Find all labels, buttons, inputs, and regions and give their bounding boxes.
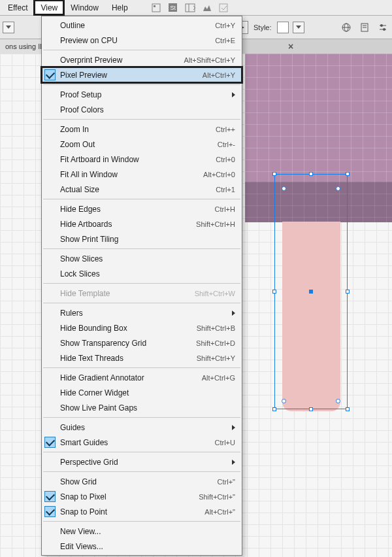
menu-item-label: Show Live Paint Gaps <box>60 403 235 413</box>
menu-item-label: Lock Slices <box>60 269 235 278</box>
menu-shortcut: Ctrl+Y <box>215 22 235 29</box>
menu-separator <box>43 452 240 452</box>
menu-item-show-slices[interactable]: Show Slices <box>42 251 242 266</box>
menu-item-label: Guides <box>60 423 227 432</box>
arrange-icon[interactable] <box>182 0 199 16</box>
handle-br[interactable] <box>346 407 350 411</box>
menu-item-label: Outline <box>60 21 215 30</box>
menu-item-label: Snap to Point <box>60 507 204 516</box>
menu-item-label: Hide Gradient Annotator <box>60 373 202 382</box>
touch-icon[interactable] <box>216 0 233 16</box>
menu-item-fit-all-in-window[interactable]: Fit All in WindowAlt+Ctrl+0 <box>42 167 242 182</box>
menu-item-label: Proof Colors <box>60 105 235 114</box>
menu-item-hide-template: Hide TemplateShift+Ctrl+W <box>42 286 242 301</box>
menu-item-label: Hide Corner Widget <box>60 388 235 397</box>
menu-item-perspective-grid[interactable]: Perspective Grid <box>42 454 242 469</box>
selection-box[interactable] <box>274 174 348 409</box>
menu-shortcut: Ctrl+" <box>218 478 235 486</box>
menu-separator <box>43 283 240 284</box>
menu-view[interactable]: View <box>34 0 64 15</box>
menu-shortcut: Alt+Shift+Ctrl+Y <box>184 56 235 64</box>
menu-item-hide-gradient-annotator[interactable]: Hide Gradient AnnotatorAlt+Ctrl+G <box>42 370 242 385</box>
corner-node[interactable] <box>336 399 340 403</box>
menu-window[interactable]: Window <box>64 0 105 15</box>
menu-item-snap-to-pixel[interactable]: Snap to PixelShift+Ctrl+" <box>42 489 242 504</box>
gpu-icon[interactable] <box>199 0 216 16</box>
menu-item-smart-guides[interactable]: Smart GuidesCtrl+U <box>42 435 242 450</box>
handle-ml[interactable] <box>272 290 276 294</box>
menu-item-label: Smart Guides <box>60 438 215 447</box>
menu-item-label: Hide Edges <box>60 205 215 214</box>
handle-tr[interactable] <box>346 172 350 176</box>
svg-point-15 <box>380 24 383 27</box>
menu-item-show-transparency-grid[interactable]: Show Transparency GridShift+Ctrl+D <box>42 335 242 350</box>
handle-tl[interactable] <box>272 172 276 176</box>
menu-effect[interactable]: Effect <box>1 0 34 15</box>
menu-item-preview-on-cpu[interactable]: Preview on CPUCtrl+E <box>42 33 242 48</box>
menu-item-hide-bounding-box[interactable]: Hide Bounding BoxShift+Ctrl+B <box>42 320 242 335</box>
menu-item-label: Hide Artboards <box>60 220 196 229</box>
menu-shortcut: Alt+Ctrl+Y <box>203 71 235 79</box>
style-label: Style: <box>252 24 273 31</box>
menu-item-label: Hide Bounding Box <box>60 324 197 333</box>
svg-rect-4 <box>186 4 195 12</box>
menu-item-proof-setup[interactable]: Proof Setup <box>42 87 242 102</box>
stock-icon[interactable]: St <box>165 0 182 16</box>
menu-item-label: Hide Text Threads <box>60 354 197 363</box>
handle-tm[interactable] <box>309 172 313 176</box>
menu-item-edit-views[interactable]: Edit Views... <box>42 539 242 554</box>
handle-mr[interactable] <box>346 290 350 294</box>
menu-item-label: Pixel Preview <box>60 71 203 80</box>
menu-item-hide-text-threads[interactable]: Hide Text ThreadsShift+Ctrl+Y <box>42 350 242 365</box>
menu-item-label: Preview on CPU <box>60 36 215 45</box>
check-icon <box>44 491 56 502</box>
menu-item-snap-to-point[interactable]: Snap to PointAlt+Ctrl+" <box>42 504 242 519</box>
globe-icon[interactable] <box>340 21 353 34</box>
check-icon <box>44 506 56 517</box>
submenu-arrow-icon <box>232 425 235 430</box>
menu-item-pixel-preview[interactable]: Pixel PreviewAlt+Ctrl+Y <box>42 67 242 82</box>
menu-item-show-grid[interactable]: Show GridCtrl+" <box>42 474 242 489</box>
menu-item-overprint-preview[interactable]: Overprint PreviewAlt+Shift+Ctrl+Y <box>42 52 242 67</box>
submenu-arrow-icon <box>232 311 235 316</box>
menu-separator <box>43 50 240 50</box>
handle-bl[interactable] <box>272 407 276 411</box>
menu-item-rulers[interactable]: Rulers <box>42 305 242 320</box>
menu-item-actual-size[interactable]: Actual SizeCtrl+1 <box>42 182 242 197</box>
preferences-icon[interactable] <box>376 21 389 34</box>
document-setup-icon[interactable] <box>358 21 371 34</box>
corner-node[interactable] <box>282 186 286 191</box>
menu-item-hide-artboards[interactable]: Hide ArtboardsShift+Ctrl+H <box>42 216 242 231</box>
menu-item-show-live-paint-gaps[interactable]: Show Live Paint Gaps <box>42 400 242 415</box>
menu-item-zoom-out[interactable]: Zoom OutCtrl+- <box>42 137 242 152</box>
menubar: Effect View Window Help St <box>0 0 392 16</box>
stroke-profile-dropdown[interactable] <box>3 22 14 33</box>
handle-bm[interactable] <box>309 407 313 411</box>
menu-shortcut: Alt+Ctrl+" <box>204 508 235 516</box>
menu-item-guides[interactable]: Guides <box>42 420 242 435</box>
menu-shortcut: Ctrl++ <box>216 126 235 133</box>
layout-icon[interactable] <box>148 0 165 16</box>
menu-item-show-print-tiling[interactable]: Show Print Tiling <box>42 231 242 246</box>
menu-item-label: Edit Views... <box>60 542 235 551</box>
menu-item-outline[interactable]: OutlineCtrl+Y <box>42 18 242 33</box>
menu-item-fit-artboard-in-window[interactable]: Fit Artboard in WindowCtrl+0 <box>42 152 242 167</box>
menu-item-hide-corner-widget[interactable]: Hide Corner Widget <box>42 385 242 400</box>
corner-node[interactable] <box>336 186 340 191</box>
submenu-arrow-icon <box>232 92 235 97</box>
menu-item-label: Zoom In <box>60 125 216 134</box>
center-point[interactable] <box>309 290 313 294</box>
menu-item-label: Hide Template <box>60 289 195 298</box>
menu-item-proof-colors[interactable]: Proof Colors <box>42 102 242 117</box>
submenu-arrow-icon <box>232 460 235 465</box>
menu-item-lock-slices[interactable]: Lock Slices <box>42 266 242 281</box>
menu-item-label: Fit All in Window <box>60 170 203 179</box>
style-swatch[interactable] <box>277 22 289 33</box>
menu-item-zoom-in[interactable]: Zoom InCtrl++ <box>42 122 242 137</box>
menu-help[interactable]: Help <box>105 0 135 15</box>
style-dropdown[interactable] <box>293 22 304 33</box>
menu-item-hide-edges[interactable]: Hide EdgesCtrl+H <box>42 201 242 216</box>
corner-node[interactable] <box>282 399 286 403</box>
menu-item-new-view[interactable]: New View... <box>42 524 242 539</box>
menu-shortcut: Shift+Ctrl+B <box>197 324 235 332</box>
